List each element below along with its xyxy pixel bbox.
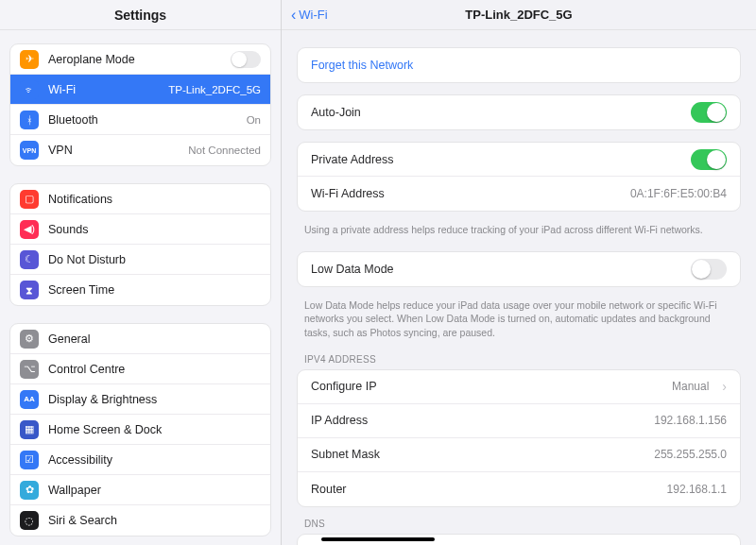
lowdata-note: Low Data Mode helps reduce your iPad dat… xyxy=(304,298,733,339)
detail-pane: ‹ Wi-Fi TP-Link_2DFC_5G Forget this Netw… xyxy=(282,0,756,545)
accessibility-icon: ☑ xyxy=(20,451,39,469)
sidebar-item-label: Aeroplane Mode xyxy=(48,53,221,66)
siri-icon: ◌ xyxy=(20,511,39,530)
dnd-icon: ☾ xyxy=(20,250,39,269)
sidebar-item-screentime[interactable]: ⧗ Screen Time xyxy=(10,275,270,305)
sidebar-item-value: On xyxy=(247,114,261,126)
notifications-icon: ▢ xyxy=(20,190,39,209)
sidebar-item-label: Display & Brightness xyxy=(48,393,261,406)
sidebar-item-controlcentre[interactable]: ⌥ Control Centre xyxy=(10,354,270,384)
sidebar-item-label: Wi-Fi xyxy=(48,83,159,96)
sidebar-item-label: General xyxy=(48,332,261,346)
private-address-label: Private Address xyxy=(311,153,681,166)
router-label: Router xyxy=(311,483,658,496)
detail-scroll[interactable]: Forget this Network Auto-Join Private Ad… xyxy=(282,30,756,545)
wifi-icon: ᯤ xyxy=(20,80,39,99)
private-address-group: Private Address Wi-Fi Address 0A:1F:6F:E… xyxy=(297,142,741,212)
sidebar-item-label: Bluetooth xyxy=(48,113,237,127)
wifi-address-value: 0A:1F:6F:E5:00:B4 xyxy=(630,187,727,200)
autojoin-toggle[interactable] xyxy=(691,102,727,123)
sidebar-item-label: Screen Time xyxy=(48,283,261,297)
sidebar-group-general: ⚙ General ⌥ Control Centre AA Display & … xyxy=(9,323,271,536)
bluetooth-icon: ᚼ xyxy=(20,111,39,129)
controlcentre-icon: ⌥ xyxy=(20,360,39,379)
detail-header: ‹ Wi-Fi TP-Link_2DFC_5G xyxy=(282,0,756,30)
router-row[interactable]: Router 192.168.1.1 xyxy=(298,472,740,506)
sidebar-item-wallpaper[interactable]: ✿ Wallpaper xyxy=(10,475,270,505)
dns-section-label: DNS xyxy=(304,519,733,529)
configure-ip-value: Manual xyxy=(672,380,709,393)
sidebar-item-label: Wallpaper xyxy=(48,484,261,497)
sidebar-item-value: Not Connected xyxy=(188,145,261,156)
private-address-note: Using a private address helps reduce tra… xyxy=(304,223,733,236)
sidebar-item-dnd[interactable]: ☾ Do Not Disturb xyxy=(10,245,270,275)
autojoin-label: Auto-Join xyxy=(311,106,681,119)
sidebar-item-label: Home Screen & Dock xyxy=(48,423,261,436)
wifi-address-row: Wi-Fi Address 0A:1F:6F:E5:00:B4 xyxy=(298,177,740,211)
general-icon: ⚙ xyxy=(20,330,39,349)
lowdata-group: Low Data Mode xyxy=(297,251,741,287)
wifi-address-label: Wi-Fi Address xyxy=(311,187,621,200)
sidebar-group-connectivity: ✈ Aeroplane Mode ᯤ Wi-Fi TP-Link_2DFC_5G… xyxy=(9,43,271,166)
screentime-icon: ⧗ xyxy=(20,281,39,299)
forget-network-button[interactable]: Forget this Network xyxy=(298,48,740,82)
detail-title: TP-Link_2DFC_5G xyxy=(465,8,572,22)
sidebar-item-label: Sounds xyxy=(48,223,261,236)
autojoin-row: Auto-Join xyxy=(298,95,740,129)
sidebar-item-label: Do Not Disturb xyxy=(48,253,261,266)
private-address-toggle[interactable] xyxy=(691,149,727,170)
sidebar: Settings ✈ Aeroplane Mode ᯤ Wi-Fi TP-Lin… xyxy=(0,0,282,545)
sidebar-item-display[interactable]: AA Display & Brightness xyxy=(10,384,270,415)
ip-address-label: IP Address xyxy=(311,414,644,427)
back-button[interactable]: ‹ Wi-Fi xyxy=(291,8,328,23)
private-address-row: Private Address xyxy=(298,143,740,177)
vpn-icon: VPN xyxy=(20,141,39,160)
ip-address-value: 192.168.1.156 xyxy=(654,414,727,427)
sidebar-item-label: Control Centre xyxy=(48,363,261,376)
sidebar-item-wifi[interactable]: ᯤ Wi-Fi TP-Link_2DFC_5G xyxy=(10,75,270,105)
wallpaper-icon: ✿ xyxy=(20,481,39,500)
airplane-toggle[interactable] xyxy=(231,51,261,68)
lowdata-toggle[interactable] xyxy=(691,259,727,280)
subnet-value: 255.255.255.0 xyxy=(654,448,727,461)
sidebar-item-bluetooth[interactable]: ᚼ Bluetooth On xyxy=(10,105,270,135)
sidebar-item-label: VPN xyxy=(48,144,179,157)
lowdata-label: Low Data Mode xyxy=(311,263,681,276)
sidebar-item-homescreen[interactable]: ▦ Home Screen & Dock xyxy=(10,415,270,445)
chevron-right-icon: › xyxy=(722,379,727,394)
sidebar-item-sounds[interactable]: ◀) Sounds xyxy=(10,214,270,245)
configure-ip-row[interactable]: Configure IP Manual › xyxy=(298,370,740,404)
sidebar-scroll[interactable]: ✈ Aeroplane Mode ᯤ Wi-Fi TP-Link_2DFC_5G… xyxy=(0,30,281,545)
back-label: Wi-Fi xyxy=(299,8,327,22)
home-indicator[interactable] xyxy=(321,537,435,541)
sidebar-item-vpn[interactable]: VPN VPN Not Connected xyxy=(10,135,270,165)
settings-header: Settings xyxy=(0,0,281,30)
chevron-left-icon: ‹ xyxy=(291,8,296,23)
sidebar-item-accessibility[interactable]: ☑ Accessibility xyxy=(10,445,270,475)
sidebar-item-airplane[interactable]: ✈ Aeroplane Mode xyxy=(10,44,270,75)
ipv4-group: Configure IP Manual › IP Address 192.168… xyxy=(297,369,741,507)
sounds-icon: ◀) xyxy=(20,220,39,239)
sidebar-item-general[interactable]: ⚙ General xyxy=(10,324,270,354)
sidebar-item-label: Accessibility xyxy=(48,453,261,467)
sidebar-item-notifications[interactable]: ▢ Notifications xyxy=(10,184,270,214)
lowdata-row: Low Data Mode xyxy=(298,252,740,286)
ipv4-section-label: IPV4 ADDRESS xyxy=(304,354,733,365)
sidebar-item-label: Siri & Search xyxy=(48,514,261,527)
configure-ip-label: Configure IP xyxy=(311,380,662,393)
subnet-row[interactable]: Subnet Mask 255.255.255.0 xyxy=(298,438,740,472)
airplane-icon: ✈ xyxy=(20,50,39,69)
homescreen-icon: ▦ xyxy=(20,420,39,439)
forget-group: Forget this Network xyxy=(297,47,741,83)
sidebar-group-notifications: ▢ Notifications ◀) Sounds ☾ Do Not Distu… xyxy=(9,183,271,306)
sidebar-item-siri[interactable]: ◌ Siri & Search xyxy=(10,505,270,536)
autojoin-group: Auto-Join xyxy=(297,94,741,130)
ip-address-row[interactable]: IP Address 192.168.1.156 xyxy=(298,404,740,438)
sidebar-item-label: Notifications xyxy=(48,193,261,206)
display-icon: AA xyxy=(20,390,39,409)
router-value: 192.168.1.1 xyxy=(667,483,727,496)
subnet-label: Subnet Mask xyxy=(311,448,644,461)
sidebar-item-value: TP-Link_2DFC_5G xyxy=(168,84,261,95)
settings-title: Settings xyxy=(114,8,166,23)
